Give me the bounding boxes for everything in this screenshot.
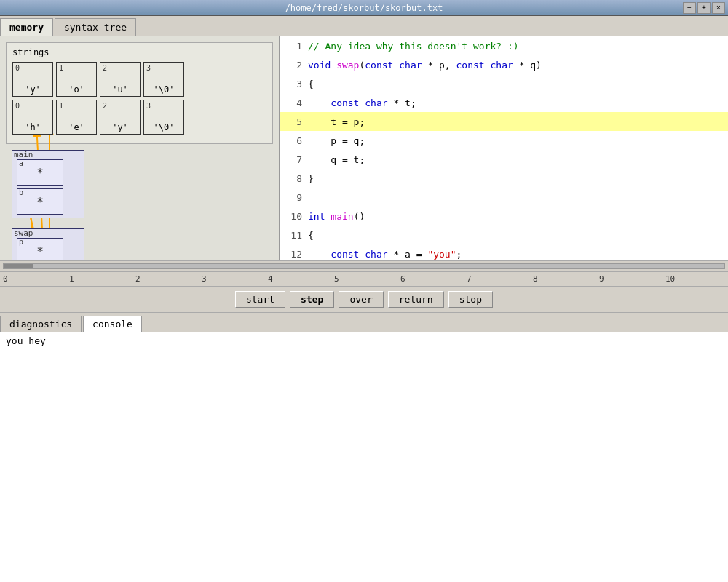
char-e: 1 'e' bbox=[56, 100, 97, 135]
line-number: 2 bbox=[280, 60, 308, 71]
tab-syntax-tree[interactable]: syntax tree bbox=[55, 18, 136, 36]
line-content: // Any idea why this doesn't work? :) bbox=[308, 41, 519, 52]
stop-button[interactable]: stop bbox=[448, 291, 493, 308]
titlebar-buttons: − + × bbox=[683, 2, 725, 14]
var-label-a: a bbox=[19, 159, 23, 167]
tab-console[interactable]: console bbox=[83, 316, 142, 332]
frame-swap: swap p * q * t bbox=[12, 228, 84, 260]
var-value-a: * bbox=[36, 166, 44, 180]
code-line-3: 3{ bbox=[280, 74, 728, 93]
var-swap-p: p * bbox=[17, 238, 63, 260]
minimize-button[interactable]: − bbox=[683, 2, 696, 14]
scrollbar-thumb[interactable] bbox=[4, 264, 33, 268]
ruler-10: 10 bbox=[665, 274, 728, 284]
code-line-10: 10int main() bbox=[280, 207, 728, 226]
char-index: 1 bbox=[59, 64, 63, 72]
maximize-button[interactable]: + bbox=[697, 2, 711, 14]
code-line-1: 1// Any idea why this doesn't work? :) bbox=[280, 36, 728, 55]
ruler-3: 3 bbox=[202, 274, 268, 284]
line-number: 6 bbox=[280, 135, 308, 146]
frame-swap-vars: p * q * t bbox=[17, 238, 79, 260]
line-number: 7 bbox=[280, 154, 308, 165]
tabs-row: memory syntax tree bbox=[0, 16, 728, 36]
tab-diagnostics[interactable]: diagnostics bbox=[0, 316, 82, 332]
ruler-6: 6 bbox=[400, 274, 467, 284]
code-line-6: 6 p = q; bbox=[280, 131, 728, 150]
stack-area: main a * b * bbox=[6, 150, 273, 260]
char-null1: 3 '\0' bbox=[143, 62, 184, 97]
char-value: 'e' bbox=[68, 122, 84, 132]
start-button[interactable]: start bbox=[235, 291, 285, 308]
close-button[interactable]: × bbox=[712, 2, 725, 14]
code-line-2: 2void swap(const char * p, const char * … bbox=[280, 55, 728, 74]
line-content: q = t; bbox=[308, 154, 365, 165]
line-number: 3 bbox=[280, 79, 308, 89]
console-area: you hey bbox=[0, 332, 728, 583]
return-button[interactable]: return bbox=[388, 291, 444, 308]
code-line-9: 9 bbox=[280, 188, 728, 207]
var-value-b: * bbox=[36, 195, 44, 209]
ruler-5: 5 bbox=[334, 274, 400, 284]
code-line-4: 4 const char * t; bbox=[280, 93, 728, 112]
top-section: memory syntax tree bbox=[0, 16, 728, 260]
ruler-7: 7 bbox=[467, 274, 533, 284]
line-number: 5 bbox=[280, 116, 308, 127]
string-row-1: 0 'y' 1 'o' 2 'u' 3 '\0' bbox=[12, 62, 266, 97]
line-number: 11 bbox=[280, 230, 308, 241]
ruler-1: 1 bbox=[69, 274, 135, 284]
var-label-p: p bbox=[19, 238, 23, 246]
code-line-7: 7 q = t; bbox=[280, 150, 728, 169]
bottom-tabs-row: diagnostics console bbox=[0, 313, 728, 332]
char-value: 'u' bbox=[112, 84, 128, 95]
scrollbar-area[interactable] bbox=[0, 260, 728, 272]
char-y2: 2 'y' bbox=[100, 100, 141, 135]
code-line-11: 11{ bbox=[280, 226, 728, 244]
frame-main: main a * b * bbox=[12, 150, 84, 218]
var-main-b: b * bbox=[17, 188, 63, 215]
ruler-4: 4 bbox=[268, 274, 334, 284]
char-index: 1 bbox=[59, 102, 63, 110]
char-value: 'o' bbox=[68, 84, 84, 95]
char-value: 'y' bbox=[25, 84, 41, 95]
line-content: p = q; bbox=[308, 135, 365, 146]
char-o: 1 'o' bbox=[56, 62, 97, 97]
ruler-0: 0 bbox=[3, 274, 69, 284]
scrollbar-track[interactable] bbox=[3, 263, 725, 269]
line-content bbox=[308, 192, 314, 203]
char-value: 'y' bbox=[112, 122, 128, 132]
code-lines: 1// Any idea why this doesn't work? :)2v… bbox=[280, 36, 728, 260]
char-u: 2 'u' bbox=[100, 62, 141, 97]
ruler-2: 2 bbox=[135, 274, 202, 284]
console-output: you hey bbox=[6, 335, 46, 346]
memory-panel: strings 0 'y' 1 'o' 2 'u' bbox=[0, 36, 280, 260]
char-h: 0 'h' bbox=[12, 100, 53, 135]
ruler: 0 1 2 3 4 5 6 7 8 9 10 11 bbox=[0, 272, 728, 287]
strings-section: strings 0 'y' 1 'o' 2 'u' bbox=[6, 42, 273, 144]
line-number: 10 bbox=[280, 211, 308, 222]
line-content: void swap(const char * p, const char * q… bbox=[308, 60, 542, 71]
code-line-8: 8} bbox=[280, 169, 728, 188]
var-value-p: * bbox=[36, 244, 44, 258]
line-number: 1 bbox=[280, 41, 308, 52]
char-index: 2 bbox=[103, 102, 107, 110]
char-null2: 3 '\0' bbox=[143, 100, 184, 135]
frame-main-vars: a * b * bbox=[17, 159, 79, 215]
char-value: 'h' bbox=[25, 122, 41, 132]
line-number: 9 bbox=[280, 192, 308, 203]
line-content: { bbox=[308, 79, 314, 89]
char-index: 0 bbox=[15, 102, 20, 110]
step-button[interactable]: step bbox=[290, 291, 334, 308]
content-area: strings 0 'y' 1 'o' 2 'u' bbox=[0, 36, 728, 260]
tab-memory[interactable]: memory bbox=[0, 18, 53, 36]
over-button[interactable]: over bbox=[339, 291, 383, 308]
line-content: } bbox=[308, 173, 314, 184]
var-label-b: b bbox=[19, 188, 23, 196]
char-index: 3 bbox=[146, 102, 151, 110]
char-value: '\0' bbox=[154, 84, 175, 95]
char-value: '\0' bbox=[154, 122, 175, 132]
buttons-row: start step over return stop bbox=[0, 287, 728, 313]
char-index: 3 bbox=[146, 64, 151, 72]
char-y: 0 'y' bbox=[12, 62, 53, 97]
line-number: 12 bbox=[280, 249, 308, 260]
line-content: t = p; bbox=[308, 116, 365, 127]
